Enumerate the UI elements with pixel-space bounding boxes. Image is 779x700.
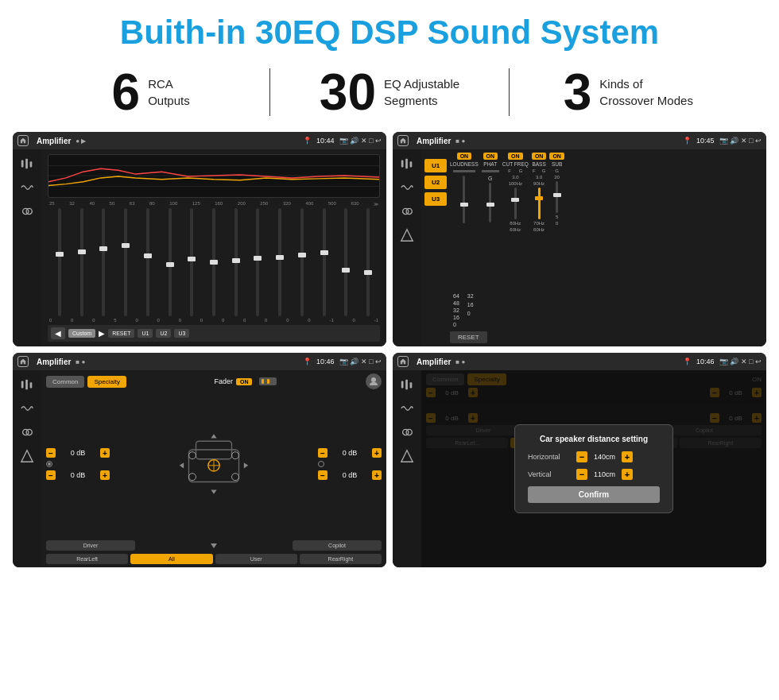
- all-btn[interactable]: All: [130, 554, 212, 564]
- svg-point-36: [232, 474, 239, 481]
- stat-number-6: 6: [112, 67, 141, 118]
- phat-on[interactable]: ON: [483, 153, 498, 160]
- crossover-icon-4[interactable]: [397, 227, 417, 243]
- preset-u1[interactable]: U1: [424, 159, 447, 172]
- db2-minus[interactable]: −: [46, 470, 56, 480]
- fader-icon-4[interactable]: [17, 448, 37, 464]
- svg-point-42: [406, 430, 412, 435]
- svg-rect-2: [30, 161, 33, 167]
- eq-location-icon: 📍: [303, 137, 312, 145]
- dialog-icon-2[interactable]: [397, 400, 417, 416]
- horizontal-minus[interactable]: −: [576, 451, 587, 462]
- svg-rect-39: [405, 380, 408, 390]
- svg-marker-30: [211, 490, 216, 494]
- eq-time: 10:44: [316, 137, 335, 145]
- crossover-reset-btn[interactable]: RESET: [450, 331, 487, 343]
- vertical-plus[interactable]: +: [622, 469, 633, 480]
- fader-status-icons: 📷 🔊 ✕ □ ↩: [339, 358, 382, 365]
- db3-plus[interactable]: +: [372, 448, 382, 458]
- eq-value-labels: 00050 00000 000-10-1: [48, 316, 380, 323]
- db4-minus[interactable]: −: [318, 470, 327, 480]
- db3-minus[interactable]: −: [318, 448, 327, 458]
- screen-fader: Amplifier ■ ● 📍 10:46 📷 🔊 ✕ □ ↩: [13, 353, 386, 567]
- crossover-home-icon[interactable]: [397, 135, 409, 146]
- eq-reset-btn[interactable]: RESET: [108, 329, 134, 338]
- svg-rect-9: [405, 159, 408, 169]
- vertical-row: Vertical − 110cm +: [528, 469, 660, 480]
- fader-icon-1[interactable]: [17, 377, 37, 393]
- fader-icon-2[interactable]: [17, 400, 37, 416]
- dialog-icon-1[interactable]: [397, 377, 417, 393]
- dialog-status-icons: 📷 🔊 ✕ □ ↩: [719, 358, 762, 365]
- preset-u3[interactable]: U3: [424, 192, 447, 206]
- svg-rect-15: [25, 380, 28, 390]
- crossover-icon-2[interactable]: [397, 180, 417, 195]
- fader-profile-icon[interactable]: [366, 373, 382, 389]
- crossover-status-bar: Amplifier ■ ● 📍 10:45 📷 🔊 ✕ □ ↩: [393, 132, 766, 149]
- phat-label: PHAT: [483, 161, 497, 167]
- vertical-minus[interactable]: −: [576, 469, 587, 480]
- eq-status-icons: 📷 🔊 ✕ □ ↩: [339, 137, 382, 145]
- dialog-home-icon[interactable]: [397, 356, 409, 367]
- stat-rca: 6 RCAOutputs: [32, 67, 269, 118]
- preset-u2[interactable]: U2: [424, 176, 447, 189]
- eq-freq-labels: 2532405063 80100125160200 25032040050063…: [48, 201, 380, 207]
- eq-sidebar: [13, 149, 41, 346]
- dialog-icon-4[interactable]: [397, 448, 417, 464]
- db1-plus[interactable]: +: [100, 448, 110, 458]
- svg-marker-43: [401, 451, 413, 462]
- crossover-icon-3[interactable]: [397, 203, 417, 219]
- svg-rect-14: [21, 381, 24, 389]
- db1-value: 0 dB: [58, 449, 98, 457]
- eq-dots: ● ▶: [76, 137, 86, 145]
- svg-point-4: [26, 209, 32, 215]
- svg-rect-16: [30, 382, 33, 388]
- copilot-btn[interactable]: Copilot: [293, 540, 382, 551]
- fader-mode-common[interactable]: Common: [46, 376, 84, 388]
- eq-play-btn[interactable]: ▶: [99, 329, 105, 338]
- sub-label: SUB: [552, 161, 562, 167]
- eq-bottom-bar: ◀ Custom ▶ RESET U1 U2 U3: [48, 325, 380, 342]
- db1-minus[interactable]: −: [46, 448, 56, 458]
- crossover-status-icons: 📷 🔊 ✕ □ ↩: [719, 137, 762, 145]
- stat-crossover: 3 Kinds ofCrossover Modes: [510, 67, 747, 118]
- dialog-sidebar: [393, 370, 421, 567]
- user-btn[interactable]: User: [215, 554, 297, 564]
- svg-rect-0: [21, 160, 24, 168]
- confirm-button[interactable]: Confirm: [528, 486, 660, 503]
- crossover-icon-1[interactable]: [397, 156, 417, 172]
- eq-u2-btn[interactable]: U2: [156, 329, 171, 338]
- dialog-overlay: Car speaker distance setting Horizontal …: [421, 370, 766, 567]
- dialog-icon-3[interactable]: [397, 424, 417, 440]
- dialog-title-text: Car speaker distance setting: [528, 435, 660, 443]
- sub-on[interactable]: ON: [549, 153, 564, 160]
- eq-u3-btn[interactable]: U3: [174, 329, 189, 338]
- rearleft-btn[interactable]: RearLeft: [46, 554, 128, 564]
- fader-home-icon[interactable]: [17, 356, 29, 367]
- db4-value: 0 dB: [330, 471, 370, 479]
- crossover-location: 📍: [683, 137, 692, 145]
- screen-crossover: Amplifier ■ ● 📍 10:45 📷 🔊 ✕ □ ↩: [393, 132, 766, 346]
- eq-icon-2[interactable]: [17, 180, 37, 195]
- fader-icon-3[interactable]: [17, 424, 37, 440]
- eq-prev-btn[interactable]: ◀: [51, 327, 65, 339]
- crossover-time: 10:45: [696, 137, 715, 145]
- driver-btn[interactable]: Driver: [46, 540, 135, 551]
- rearright-btn[interactable]: RearRight: [300, 554, 382, 564]
- dialog-status-bar: Amplifier ■ ● 📍 10:46 📷 🔊 ✕ □ ↩: [393, 353, 766, 370]
- svg-marker-32: [244, 462, 248, 468]
- fader-on-btn[interactable]: ON: [236, 378, 253, 385]
- horizontal-plus[interactable]: +: [622, 451, 633, 462]
- eq-u1-btn[interactable]: U1: [138, 329, 153, 338]
- eq-icon-3[interactable]: [17, 203, 37, 219]
- bass-on[interactable]: ON: [532, 153, 547, 160]
- eq-icon-1[interactable]: [17, 156, 37, 172]
- db4-plus[interactable]: +: [372, 470, 382, 480]
- cutfreq-on[interactable]: ON: [508, 153, 523, 160]
- db2-plus[interactable]: +: [100, 470, 110, 480]
- loudness-on[interactable]: ON: [457, 153, 472, 160]
- fader-mode-specialty[interactable]: Specialty: [87, 376, 126, 388]
- home-icon[interactable]: [17, 135, 29, 146]
- horizontal-row: Horizontal − 140cm +: [528, 451, 660, 462]
- eq-app-title: Amplifier: [37, 137, 71, 145]
